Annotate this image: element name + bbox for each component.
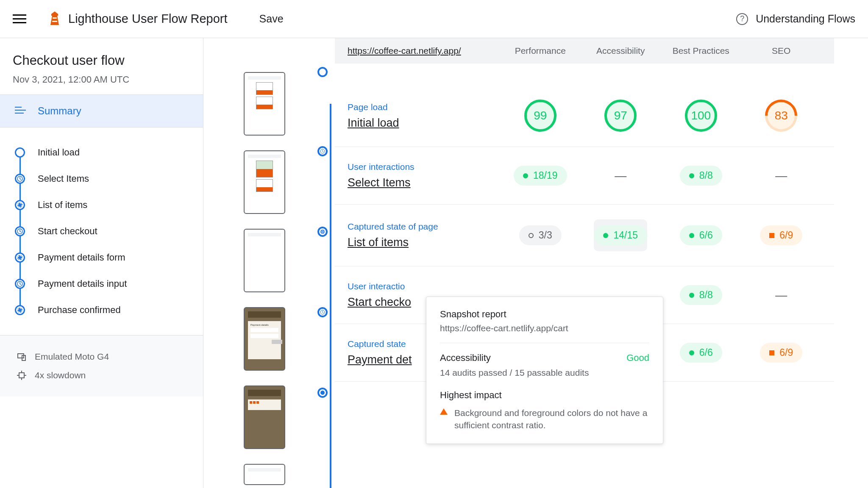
timeline-node[interactable] [317, 67, 328, 77]
tooltip-audits: 14 audits passed / 15 passable audits [440, 368, 649, 378]
row-type: User interactions [348, 162, 500, 172]
nav-step-label: List of items [38, 200, 87, 211]
nav-step-label: Start checkout [38, 226, 97, 237]
score-gauge[interactable]: 99 [524, 100, 556, 132]
env-device: Emulated Moto G4 [35, 352, 109, 362]
timeline-node[interactable] [317, 227, 328, 237]
svg-point-3 [17, 202, 22, 208]
svg-rect-10 [19, 373, 24, 378]
nav-step-label: Purchase confirmed [38, 305, 121, 316]
app-title: Lighthouse User Flow Report [68, 12, 228, 26]
thumb[interactable] [244, 229, 285, 292]
thumb[interactable] [244, 385, 285, 449]
score-gauge[interactable]: 83 [765, 100, 797, 132]
sidebar: Checkout user flow Nov 3, 2021, 12:00 AM… [0, 38, 203, 488]
url-col[interactable]: https://coffee-cart.netlify.app/ [348, 46, 500, 56]
help-link[interactable]: ? Understanding Flows [736, 13, 855, 25]
nav-steps: Initial loadSelect ItemsList of itemsSta… [0, 128, 203, 335]
nav-summary-label: Summary [38, 105, 81, 117]
score-pill[interactable]: 14/15 [594, 225, 647, 245]
nav-step-label: Select Items [38, 173, 89, 184]
thumb[interactable] [244, 464, 285, 485]
nav-step[interactable]: Purchase confirmed [0, 297, 203, 323]
dash: — [775, 169, 787, 183]
cpu-icon [17, 371, 26, 380]
score-pill[interactable]: 3/3 [519, 225, 562, 245]
timeline: Payment details [203, 38, 335, 488]
col-perf: Performance [500, 46, 581, 56]
thumbnails: Payment details [244, 72, 335, 485]
help-label: Understanding Flows [756, 13, 855, 25]
tooltip-title: Snapshot report [440, 309, 649, 320]
timeline-node[interactable] [317, 146, 328, 156]
row-name[interactable]: List of items [348, 236, 500, 249]
col-bp: Best Practices [661, 46, 741, 56]
svg-point-18 [320, 391, 325, 395]
score-pill[interactable]: 18/19 [514, 166, 567, 186]
circle-icon [15, 147, 25, 158]
nav-step-label: Payment details input [38, 278, 127, 289]
clock-icon [15, 226, 25, 236]
thumb[interactable]: Payment details [244, 307, 285, 371]
tooltip: Snapshot report https://coffee-cart.netl… [426, 297, 663, 444]
header: Lighthouse User Flow Report Save ? Under… [0, 0, 868, 38]
env-info: Emulated Moto G4 4x slowdown [0, 336, 203, 396]
table-row: User interactionsSelect Items18/19—8/8— [335, 147, 834, 205]
tooltip-category: Accessibility [440, 352, 491, 363]
score-gauge[interactable]: 97 [604, 100, 637, 132]
aperture-icon [15, 200, 25, 210]
menu-icon[interactable] [13, 12, 26, 26]
nav-step-label: Payment details form [38, 252, 125, 263]
nav-step[interactable]: Payment details form [0, 244, 203, 271]
flow-date: Nov 3, 2021, 12:00 AM UTC [13, 74, 190, 85]
nav-step[interactable]: Initial load [0, 139, 203, 166]
save-button[interactable]: Save [259, 13, 284, 25]
row-name[interactable]: Select Items [348, 176, 500, 189]
col-a11y: Accessibility [581, 46, 661, 56]
dash: — [615, 169, 626, 183]
thumb[interactable] [244, 150, 285, 214]
score-pill[interactable]: 8/8 [680, 166, 722, 186]
score-gauge[interactable]: 100 [685, 100, 717, 132]
score-pill[interactable]: 6/6 [680, 343, 722, 363]
dash: — [775, 288, 787, 302]
clock-icon [15, 174, 25, 184]
svg-rect-0 [53, 17, 57, 19]
table-header: https://coffee-cart.netlify.app/ Perform… [335, 38, 834, 64]
list-icon [15, 107, 26, 115]
score-pill[interactable]: 6/6 [680, 225, 722, 245]
svg-point-5 [17, 255, 22, 260]
nav-step[interactable]: Payment details input [0, 271, 203, 297]
thumb[interactable] [244, 72, 285, 136]
clock-icon [15, 279, 25, 289]
table-row: Page loadInitial load999710083 [335, 85, 834, 147]
col-seo: SEO [741, 46, 822, 56]
row-type: User interactio [348, 281, 500, 291]
aperture-icon [15, 252, 25, 263]
svg-rect-1 [52, 21, 57, 22]
device-icon [17, 352, 26, 361]
tooltip-url: https://coffee-cart.netlify.app/cart [440, 323, 649, 333]
nav-step[interactable]: Select Items [0, 166, 203, 192]
tooltip-impact-text: Background and foreground colors do not … [454, 407, 649, 432]
row-name[interactable]: Initial load [348, 116, 500, 130]
timeline-node[interactable] [317, 388, 328, 398]
table-row: Captured state of pageList of items3/314… [335, 205, 834, 266]
nav-step[interactable]: Start checkout [0, 218, 203, 244]
nav-step[interactable]: List of items [0, 192, 203, 218]
env-cpu: 4x slowdown [35, 370, 86, 380]
row-type: Captured state of page [348, 222, 500, 232]
flow-title: Checkout user flow [13, 53, 190, 68]
help-icon: ? [736, 13, 748, 25]
score-pill[interactable]: 6/9 [760, 343, 802, 363]
aperture-icon [15, 305, 25, 315]
score-pill[interactable]: 6/9 [760, 225, 802, 245]
nav-summary[interactable]: Summary [0, 95, 203, 127]
nav-step-label: Initial load [38, 147, 80, 158]
row-type: Page load [348, 102, 500, 112]
tooltip-impact-label: Highest impact [440, 390, 649, 401]
score-pill[interactable]: 8/8 [680, 285, 722, 305]
warning-icon [440, 408, 448, 415]
lighthouse-icon [50, 11, 60, 27]
timeline-node[interactable] [317, 307, 328, 317]
